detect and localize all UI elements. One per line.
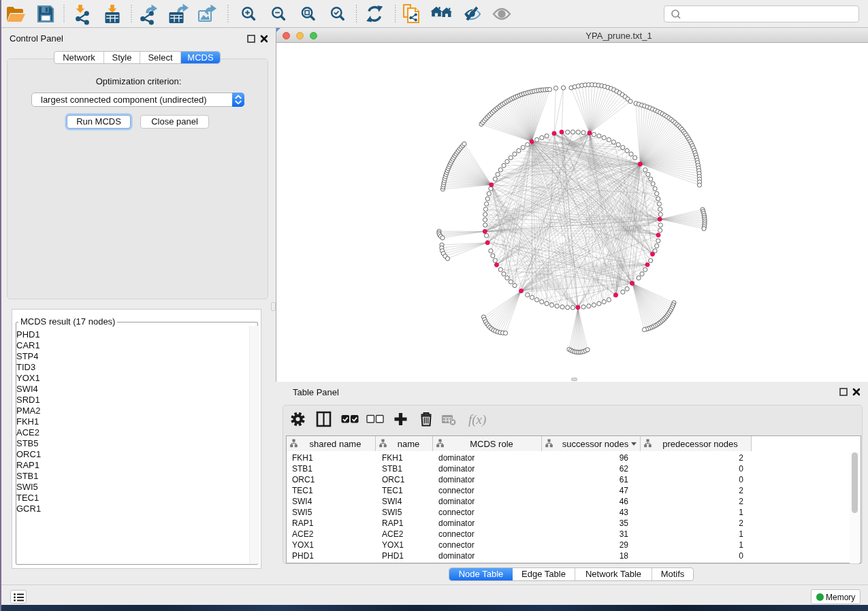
svg-text:f(x): f(x)	[468, 412, 486, 427]
